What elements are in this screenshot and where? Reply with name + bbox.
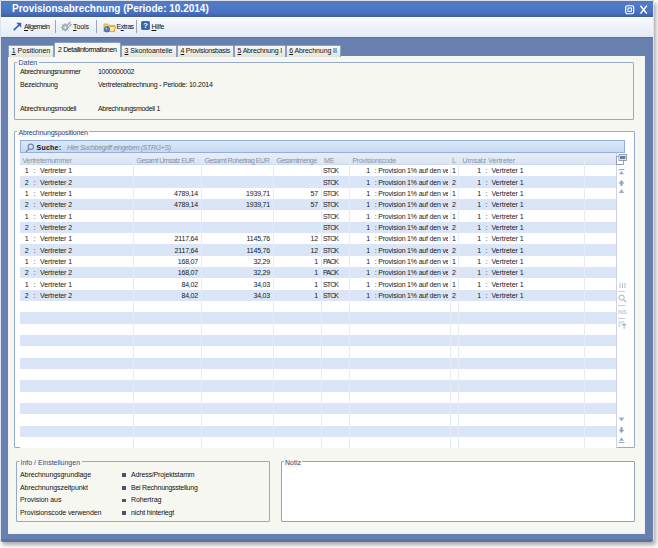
svg-text:?: ? (143, 21, 148, 30)
